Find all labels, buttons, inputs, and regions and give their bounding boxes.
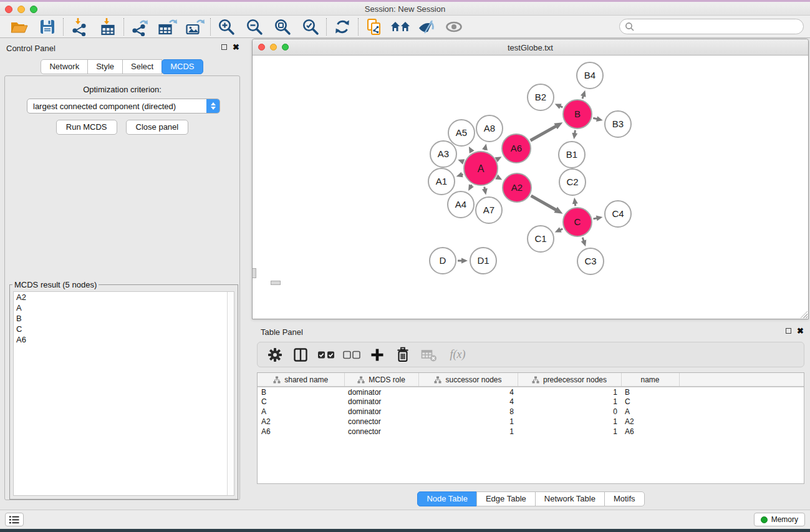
float-table-panel-icon[interactable]	[786, 328, 791, 334]
delete-columns-icon[interactable]	[393, 346, 413, 364]
result-item[interactable]: A6	[14, 334, 234, 345]
result-item[interactable]: C	[14, 324, 234, 334]
graph-edge-arrowhead	[469, 147, 475, 153]
table-cell: 1	[418, 427, 518, 437]
hide-graphics-details-icon[interactable]	[415, 17, 438, 37]
graph-node-label: A6	[511, 143, 522, 153]
column-header-shared-name[interactable]: shared name	[258, 373, 344, 387]
table-row[interactable]: A6connector11A6	[258, 427, 804, 437]
import-network-icon[interactable]	[68, 17, 90, 37]
network-graph[interactable]: B4B2BB3B1A5A8A6A3AA1A2C2A4A7CC4C1C3DD1	[253, 56, 808, 318]
zoom-in-icon[interactable]	[215, 17, 238, 37]
graph-edge-arrowhead	[572, 133, 577, 140]
tab-network[interactable]: Network	[41, 59, 88, 74]
table-cell: A6	[621, 427, 679, 437]
status-bar: Memory	[0, 510, 810, 529]
table-cell: C	[258, 397, 344, 407]
splitter-handle-vertical[interactable]	[253, 268, 256, 278]
export-image-icon[interactable]	[183, 17, 206, 37]
mcds-result-list[interactable]: A2ABCA6	[13, 291, 234, 496]
window-resize-grip[interactable]	[799, 310, 808, 318]
table-header-row[interactable]: shared name MCDS role successor nodes pr…	[258, 373, 804, 387]
column-header-name[interactable]: name	[621, 373, 679, 387]
memory-label: Memory	[771, 515, 798, 524]
network-view-window: testGlobe.txt B4B2BB3B1A5A8A6A3AA1A2C2A4…	[252, 39, 809, 319]
graph-edge-arrowhead	[572, 198, 578, 204]
close-table-panel-icon[interactable]: ✖	[797, 327, 804, 334]
zoom-selected-icon[interactable]	[299, 17, 322, 37]
table-row[interactable]: Bdominator41B	[258, 387, 804, 397]
table-settings-icon[interactable]	[265, 346, 285, 364]
float-panel-icon[interactable]	[221, 44, 227, 50]
duplicate-network-icon[interactable]	[363, 17, 385, 37]
tab-node-table[interactable]: Node Table	[417, 491, 477, 506]
deselect-all-checkboxes-icon[interactable]	[342, 346, 362, 364]
table-row[interactable]: Cdominator41C	[258, 397, 804, 407]
zoom-out-icon[interactable]	[243, 17, 266, 37]
table-cell: 1	[518, 397, 621, 407]
search-input[interactable]	[635, 21, 803, 33]
search-box[interactable]	[619, 19, 804, 34]
tab-network-table[interactable]: Network Table	[535, 491, 605, 506]
attribute-icon	[434, 376, 441, 384]
attribute-icon	[532, 376, 539, 384]
graph-node-label: A8	[484, 123, 495, 133]
graph-edge[interactable]	[531, 196, 557, 210]
column-header-predecessor-nodes[interactable]: predecessor nodes	[518, 373, 621, 387]
run-mcds-button[interactable]: Run MCDS	[56, 120, 117, 135]
import-table-icon[interactable]	[97, 17, 119, 37]
table-panel: Table Panel ✖	[252, 324, 810, 506]
graph-node-label: C3	[584, 256, 596, 266]
node-table-body: Bdominator41BCdominator41CAdominator80AA…	[258, 387, 804, 437]
export-network-icon[interactable]	[128, 17, 151, 37]
attribute-icon	[273, 376, 281, 384]
add-column-icon[interactable]	[367, 346, 387, 364]
save-session-icon[interactable]	[36, 17, 59, 37]
graph-node-label: B3	[612, 118, 624, 129]
tab-edge-table[interactable]: Edge Table	[476, 491, 536, 506]
memory-button[interactable]: Memory	[754, 513, 805, 526]
dropdown-stepper-icon	[206, 99, 219, 113]
column-header-mcds-role[interactable]: MCDS role	[344, 373, 418, 387]
result-item[interactable]: A	[14, 302, 234, 313]
graph-node-label: A	[478, 163, 485, 174]
tab-select[interactable]: Select	[122, 59, 162, 74]
close-panel-icon[interactable]: ✖	[233, 44, 239, 51]
refresh-icon[interactable]	[331, 17, 354, 37]
table-row[interactable]: Adominator80A	[258, 407, 804, 417]
table-cell: B	[258, 387, 344, 397]
result-scrollbar[interactable]	[227, 292, 234, 495]
function-builder-icon[interactable]: f(x)	[444, 346, 471, 364]
open-session-icon[interactable]	[7, 17, 30, 37]
graph-edge[interactable]	[531, 126, 557, 141]
tab-mcds[interactable]: MCDS	[162, 59, 203, 74]
result-item[interactable]: A2	[14, 292, 234, 302]
toolbar-separator	[210, 18, 211, 36]
table-cell: dominator	[344, 387, 418, 397]
table-cell: connector	[344, 427, 418, 437]
graph-node-label: A5	[456, 127, 467, 138]
graph-node-label: C	[574, 216, 581, 227]
table-cell: 8	[418, 407, 518, 417]
delete-table-icon[interactable]	[418, 346, 438, 364]
close-panel-button[interactable]: Close panel	[126, 120, 189, 135]
show-graphics-details-icon[interactable]	[443, 17, 465, 37]
tab-style[interactable]: Style	[87, 59, 123, 74]
show-all-networks-icon[interactable]	[389, 17, 412, 37]
result-item[interactable]: B	[14, 313, 234, 324]
graph-edge-arrowhead	[482, 188, 488, 195]
table-cell: 1	[518, 427, 621, 437]
column-header-successor-nodes[interactable]: successor nodes	[418, 373, 518, 387]
table-row[interactable]: A2connector11A2	[258, 417, 804, 427]
control-panel-tabs: Network Style Select MCDS	[0, 59, 244, 74]
zoom-fit-icon[interactable]	[271, 17, 294, 37]
select-all-checkboxes-icon[interactable]	[316, 346, 336, 364]
splitter-handle-horizontal[interactable]	[271, 281, 281, 285]
criterion-dropdown[interactable]: largest connected component (directed)	[27, 99, 220, 114]
task-history-button[interactable]	[5, 513, 24, 526]
network-window-titlebar[interactable]: testGlobe.txt	[253, 39, 808, 56]
export-table-icon[interactable]	[156, 17, 178, 37]
tab-motifs[interactable]: Motifs	[604, 491, 645, 506]
network-canvas[interactable]: B4B2BB3B1A5A8A6A3AA1A2C2A4A7CC4C1C3DD1	[253, 56, 808, 319]
split-view-icon[interactable]	[291, 346, 311, 364]
